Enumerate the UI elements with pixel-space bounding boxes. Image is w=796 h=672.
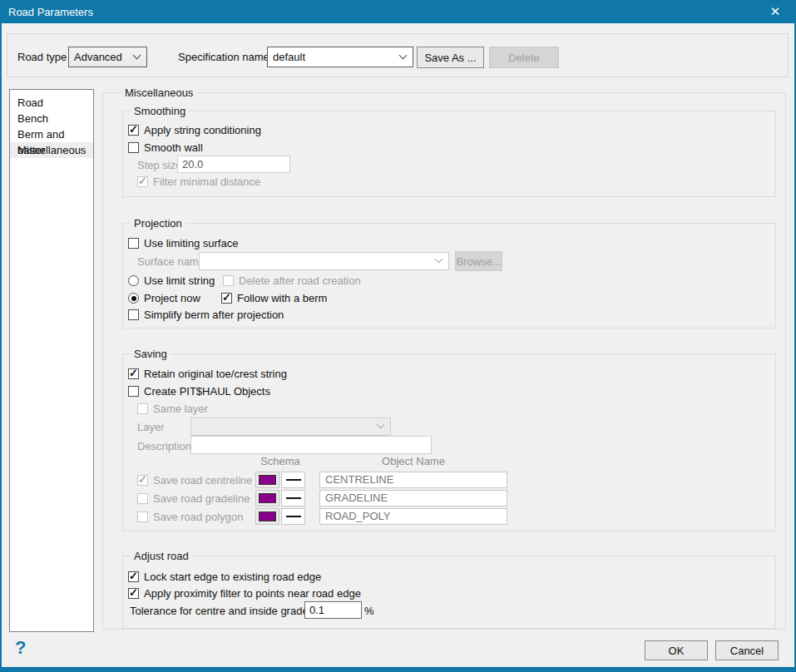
checkbox-unchecked-icon bbox=[128, 238, 139, 249]
use-limit-string-label: Use limit string bbox=[144, 274, 215, 287]
layer-dropdown bbox=[190, 418, 391, 436]
delete-after-road-creation-checkbox: Delete after road creation bbox=[223, 274, 361, 287]
gradeline-object-name-field: GRADELINE bbox=[319, 490, 507, 506]
sidebar-item-berm-and-batter[interactable]: Berm and batter bbox=[10, 126, 93, 142]
create-pithaul-objects-checkbox[interactable]: Create PIT$HAUL Objects bbox=[128, 385, 270, 398]
chevron-down-icon bbox=[435, 255, 443, 264]
specification-name-label: Specification name bbox=[178, 51, 269, 63]
specification-name-dropdown[interactable]: default bbox=[267, 47, 413, 67]
save-road-polygon-label: Save road polygon bbox=[153, 511, 243, 523]
simplify-berm-after-projection-checkbox[interactable]: Simplify berm after projection bbox=[128, 309, 284, 321]
retain-original-toe-crest-checkbox[interactable]: Retain original toe/crest string bbox=[128, 368, 287, 380]
road-type-label: Road type bbox=[17, 51, 67, 63]
description-label: Description bbox=[137, 440, 191, 452]
description-input bbox=[190, 436, 432, 454]
checkbox-checked-icon bbox=[128, 588, 139, 599]
projection-group-title: Projection bbox=[131, 217, 185, 230]
road-type-dropdown[interactable]: Advanced bbox=[68, 47, 147, 67]
sidebar-item-miscellaneous[interactable]: Miscellaneous bbox=[10, 142, 93, 158]
use-limiting-surface-checkbox[interactable]: Use limiting surface bbox=[128, 237, 238, 250]
sidebar-item-road[interactable]: Road bbox=[10, 95, 93, 111]
use-limit-string-radio[interactable]: Use limit string bbox=[128, 274, 215, 287]
gradeline-linestyle-button[interactable] bbox=[281, 490, 305, 506]
step-size-input bbox=[177, 156, 290, 173]
chevron-down-icon bbox=[133, 51, 141, 59]
polygon-colour-swatch[interactable] bbox=[255, 508, 279, 525]
filter-minimal-distance-label: Filter minimal distance bbox=[153, 175, 260, 188]
line-style-icon bbox=[286, 479, 301, 481]
apply-proximity-filter-checkbox[interactable]: Apply proximity filter to points near ro… bbox=[128, 587, 361, 600]
title-bar: Road Parameters ✕ bbox=[0, 0, 796, 23]
checkbox-unchecked-icon bbox=[128, 142, 139, 153]
follow-with-a-berm-label: Follow with a berm bbox=[237, 292, 327, 304]
checkbox-unchecked-disabled-icon bbox=[223, 275, 234, 286]
polygon-linestyle-button[interactable] bbox=[281, 508, 305, 525]
checkbox-checked-icon bbox=[128, 571, 139, 582]
road-type-value: Advanced bbox=[74, 51, 122, 63]
checkbox-checked-disabled-icon bbox=[137, 176, 148, 187]
line-style-icon bbox=[286, 516, 301, 517]
smoothing-group-title: Smoothing bbox=[131, 105, 189, 117]
simplify-berm-after-projection-label: Simplify berm after projection bbox=[144, 309, 284, 321]
close-icon[interactable]: ✕ bbox=[761, 0, 789, 23]
centreline-object-name-field: CENTRELINE bbox=[319, 472, 507, 488]
project-now-label: Project now bbox=[144, 292, 200, 304]
object-name-column-header: Object Name bbox=[319, 455, 507, 467]
radio-unselected-icon bbox=[128, 275, 139, 286]
lock-start-edge-label: Lock start edge to existing road edge bbox=[144, 571, 321, 583]
apply-string-conditioning-label: Apply string conditioning bbox=[144, 124, 261, 136]
sidebar-item-bench[interactable]: Bench bbox=[10, 111, 93, 126]
create-pithaul-objects-label: Create PIT$HAUL Objects bbox=[144, 385, 270, 398]
road-parameters-dialog: Road Parameters ✕ Road type Advanced Spe… bbox=[0, 0, 796, 672]
step-size-label: Step size bbox=[137, 159, 181, 171]
help-icon[interactable]: ? bbox=[15, 637, 26, 659]
tolerance-input[interactable] bbox=[304, 601, 362, 619]
checkbox-unchecked-disabled-icon bbox=[137, 511, 148, 522]
chevron-down-icon bbox=[399, 51, 408, 59]
browse-button: Browse... bbox=[455, 251, 502, 271]
ok-button[interactable]: OK bbox=[645, 640, 708, 660]
use-limiting-surface-label: Use limiting surface bbox=[144, 237, 238, 250]
save-road-gradeline-checkbox: Save road gradeline bbox=[137, 492, 250, 505]
same-layer-checkbox: Same layer bbox=[137, 403, 208, 415]
projection-group: Projection Use limiting surface Surface … bbox=[122, 223, 776, 329]
adjust-road-group-title: Adjust road bbox=[131, 550, 192, 562]
specification-name-value: default bbox=[273, 51, 305, 63]
centreline-colour-swatch[interactable] bbox=[255, 472, 279, 488]
apply-string-conditioning-checkbox[interactable]: Apply string conditioning bbox=[128, 124, 261, 136]
cancel-button[interactable]: Cancel bbox=[715, 640, 779, 660]
delete-button: Delete bbox=[489, 47, 559, 68]
centreline-linestyle-button[interactable] bbox=[281, 472, 305, 488]
save-as-button[interactable]: Save As ... bbox=[417, 47, 484, 68]
same-layer-label: Same layer bbox=[153, 403, 208, 415]
smooth-wall-checkbox[interactable]: Smooth wall bbox=[128, 141, 203, 154]
delete-after-road-creation-label: Delete after road creation bbox=[239, 274, 361, 287]
checkbox-checked-icon bbox=[221, 293, 232, 304]
gradeline-colour-swatch[interactable] bbox=[255, 490, 279, 506]
chevron-down-icon bbox=[377, 421, 385, 429]
checkbox-checked-disabled-icon bbox=[137, 475, 148, 486]
follow-with-a-berm-checkbox[interactable]: Follow with a berm bbox=[221, 292, 327, 304]
checkbox-unchecked-disabled-icon bbox=[137, 403, 148, 414]
adjust-road-group: Adjust road Lock start edge to existing … bbox=[122, 556, 776, 629]
save-road-centreline-label: Save road centreline bbox=[153, 474, 252, 487]
project-now-radio[interactable]: Project now bbox=[128, 292, 200, 304]
retain-original-toe-crest-label: Retain original toe/crest string bbox=[144, 368, 287, 380]
dialog-body: Road type Advanced Specification name de… bbox=[0, 23, 796, 672]
save-road-polygon-checkbox: Save road polygon bbox=[137, 511, 243, 523]
radio-selected-icon bbox=[128, 293, 139, 304]
schema-column-header: Schema bbox=[255, 455, 305, 467]
miscellaneous-group-title: Miscellaneous bbox=[121, 86, 196, 99]
polygon-object-name-field: ROAD_POLY bbox=[319, 508, 507, 525]
tolerance-unit-label: % bbox=[364, 605, 374, 617]
line-style-icon bbox=[286, 497, 301, 499]
apply-proximity-filter-label: Apply proximity filter to points near ro… bbox=[144, 587, 361, 600]
filter-minimal-distance-checkbox: Filter minimal distance bbox=[137, 175, 260, 188]
miscellaneous-group: Miscellaneous Smoothing Apply string con… bbox=[102, 92, 786, 630]
save-road-centreline-checkbox: Save road centreline bbox=[137, 474, 252, 487]
checkbox-unchecked-disabled-icon bbox=[137, 493, 148, 504]
tolerance-label: Tolerance for centre and inside grades bbox=[130, 605, 314, 617]
spec-toolbar: Road type Advanced Specification name de… bbox=[7, 33, 789, 77]
lock-start-edge-checkbox[interactable]: Lock start edge to existing road edge bbox=[128, 571, 321, 583]
checkbox-checked-icon bbox=[128, 125, 139, 136]
